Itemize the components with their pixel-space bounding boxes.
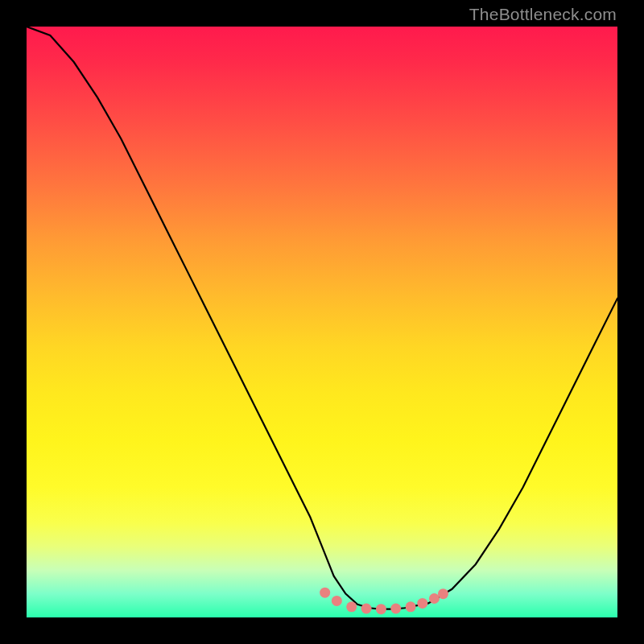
watermark-text: TheBottleneck.com xyxy=(469,5,617,24)
data-marker xyxy=(429,593,440,604)
data-marker xyxy=(346,601,357,612)
chart-frame: TheBottleneck.com xyxy=(0,0,644,644)
data-marker xyxy=(417,598,427,609)
data-marker xyxy=(361,603,372,613)
chart-svg xyxy=(27,27,617,617)
data-marker xyxy=(332,596,342,606)
data-marker xyxy=(390,603,401,613)
bottleneck-curve xyxy=(27,27,617,609)
data-marker xyxy=(320,588,330,598)
data-marker xyxy=(376,604,386,614)
data-marker xyxy=(406,601,416,612)
data-marker xyxy=(438,588,448,599)
plot-area xyxy=(27,27,617,617)
